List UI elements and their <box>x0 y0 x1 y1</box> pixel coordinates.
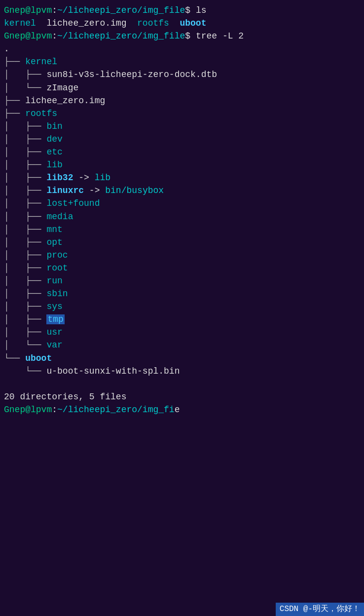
dir-lib32: lib32 <box>46 173 73 183</box>
dir-media: media <box>46 212 73 222</box>
tree-dtb-line: │ ├── sun8i-v3s-licheepi-zero-dock.dtb <box>4 68 364 81</box>
tree-zimage-line: │ └── zImage <box>4 81 364 94</box>
dir-lost-found: lost+found <box>46 198 100 208</box>
tree-root-line: │ ├── root <box>4 262 364 274</box>
tree-bin-line: │ ├── bin <box>4 120 364 133</box>
prompt-path-1: ~/licheepi_zero/img_file <box>57 5 185 15</box>
prompt-user-3: Gnep@lpvm <box>4 405 52 415</box>
tree-lib32-line: │ ├── lib32 -> lib <box>4 171 364 184</box>
tree-opt-line: │ ├── opt <box>4 236 364 249</box>
dir-proc: proc <box>46 250 68 260</box>
tree-root-dot: . <box>4 42 364 55</box>
tree-sys-line: │ ├── sys <box>4 300 364 313</box>
prompt-line-2: Gnep@lpvm:~/licheepi_zero/img_file$ tree… <box>4 30 364 42</box>
tree-var-line: │ └── var <box>4 339 364 351</box>
tree-lost-line: │ ├── lost+found <box>4 197 364 210</box>
file-zimage: zImage <box>46 83 78 93</box>
symlink-lib: lib <box>95 173 110 183</box>
tree-lib-line: │ ├── lib <box>4 158 364 171</box>
dir-var: var <box>46 340 62 350</box>
dir-root: root <box>46 263 68 273</box>
dir-etc: etc <box>46 147 62 157</box>
tree-rootfs-line: ├── rootfs <box>4 107 364 120</box>
dir-uboot: uboot <box>25 353 52 363</box>
tree-kernel-line: ├── kernel <box>4 55 364 68</box>
tree-etc-line: │ ├── etc <box>4 146 364 158</box>
ls-kernel: kernel <box>4 18 36 28</box>
bottom-bar-text: CSDN @-明天，你好！ <box>280 605 360 614</box>
prompt-line-3: Gnep@lpvm:~/licheepi_zero/img_fie <box>4 403 364 416</box>
tree-media-line: │ ├── media <box>4 210 364 223</box>
ls-uboot: uboot <box>180 18 206 28</box>
ls-rootfs: rootfs <box>137 18 169 28</box>
tree-dev-line: │ ├── dev <box>4 133 364 146</box>
prompt-line-1: Gnep@lpvm:~/licheepi_zero/img_file$ ls <box>4 4 364 17</box>
tree-run-line: │ ├── run <box>4 274 364 287</box>
tree-proc-line: │ ├── proc <box>4 249 364 262</box>
dir-sbin: sbin <box>46 289 68 299</box>
summary-text: 20 directories, 5 files <box>4 392 126 402</box>
bottom-notification-bar: CSDN @-明天，你好！ <box>276 603 364 616</box>
ls-img: lichee_zero.img <box>36 18 137 28</box>
blank-line <box>4 378 364 390</box>
dir-sys: sys <box>46 302 62 311</box>
symlink-busybox: bin/busybox <box>105 186 164 195</box>
terminal-window: Gnep@lpvm:~/licheepi_zero/img_file$ ls k… <box>4 4 364 616</box>
symlink-linuxrc: linuxrc <box>46 186 84 195</box>
dir-rootfs: rootfs <box>25 109 57 118</box>
dir-kernel: kernel <box>25 57 57 67</box>
tree-img-line: ├── lichee_zero.img <box>4 94 364 107</box>
dir-opt: opt <box>46 237 62 247</box>
file-img: lichee_zero.img <box>25 96 105 106</box>
prompt-user-1: Gnep@lpvm <box>4 5 52 15</box>
tree-usr-line: │ ├── usr <box>4 326 364 339</box>
tree-linuxrc-line: │ ├── linuxrc -> bin/busybox <box>4 184 364 197</box>
prompt-path-2: ~/licheepi_zero/img_file <box>57 31 185 41</box>
dir-usr: usr <box>46 327 62 337</box>
dir-run: run <box>46 276 62 286</box>
file-dtb: sun8i-v3s-licheepi-zero-dock.dtb <box>46 70 217 79</box>
summary-line: 20 directories, 5 files <box>4 390 364 403</box>
dir-mnt: mnt <box>46 225 62 234</box>
dir-tmp: tmp <box>46 314 64 324</box>
tree-spl-line: └── u-boot-sunxi-with-spl.bin <box>4 365 364 378</box>
tree-sbin-line: │ ├── sbin <box>4 287 364 300</box>
prompt-path-3: ~/licheepi_zero/img_fi <box>57 405 175 415</box>
tree-uboot-line: └── uboot <box>4 352 364 365</box>
dir-bin: bin <box>46 121 62 131</box>
cmd-tree: tree -L 2 <box>196 31 244 41</box>
tree-tmp-line: │ ├── tmp <box>4 313 364 326</box>
dir-dev: dev <box>46 134 62 144</box>
ls-output-line: kernel lichee_zero.img rootfs uboot <box>4 17 364 30</box>
tree-mnt-line: │ ├── mnt <box>4 223 364 236</box>
file-spl: u-boot-sunxi-with-spl.bin <box>46 366 180 376</box>
prompt-user-2: Gnep@lpvm <box>4 31 52 41</box>
cmd-ls: ls <box>196 5 207 15</box>
dir-lib: lib <box>46 160 62 170</box>
